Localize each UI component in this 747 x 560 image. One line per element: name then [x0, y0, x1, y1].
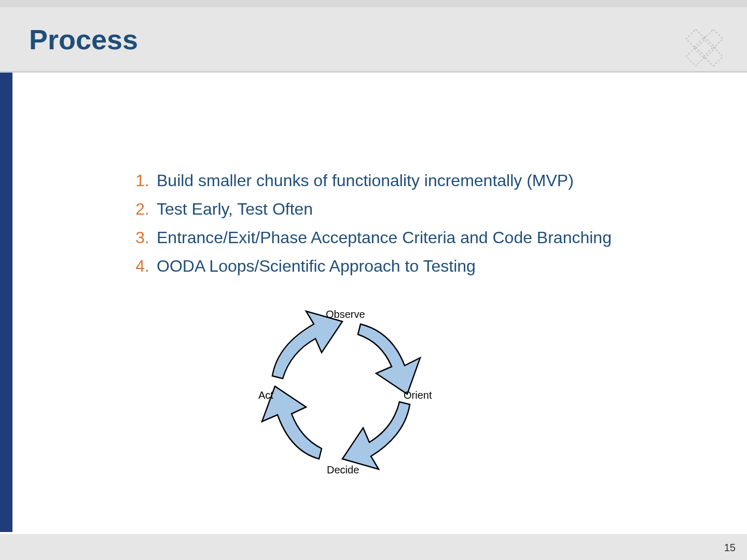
list-text: Build smaller chunks of functionality in…	[157, 171, 574, 190]
ooda-label-act: Act	[258, 389, 273, 401]
list-text: Test Early, Test Often	[157, 200, 313, 219]
ooda-label-observe: Observe	[326, 309, 365, 320]
content-list: 1. Build smaller chunks of functionality…	[119, 171, 638, 285]
list-number: 4.	[119, 257, 149, 276]
page-number: 15	[724, 542, 736, 554]
list-item: 1. Build smaller chunks of functionality…	[119, 171, 638, 190]
ooda-label-decide: Decide	[327, 464, 359, 476]
corner-logo-icon	[684, 27, 725, 68]
list-item: 2. Test Early, Test Often	[119, 200, 638, 219]
list-number: 3.	[119, 228, 149, 247]
page-title: Process	[29, 23, 138, 55]
ooda-label-orient: Orient	[404, 389, 432, 401]
list-item: 4. OODA Loops/Scientific Approach to Tes…	[119, 257, 638, 276]
left-accent-bar	[0, 7, 12, 532]
list-item: 3. Entrance/Exit/Phase Acceptance Criter…	[119, 228, 638, 247]
list-number: 1.	[119, 171, 149, 190]
list-text: OODA Loops/Scientific Approach to Testin…	[157, 257, 476, 276]
list-text: Entrance/Exit/Phase Acceptance Criteria …	[157, 228, 612, 247]
top-bar	[0, 0, 747, 7]
list-number: 2.	[119, 200, 149, 219]
header: Process	[0, 7, 747, 73]
footer-bar	[0, 534, 747, 560]
ooda-diagram: Observe Orient Decide Act	[249, 303, 436, 480]
